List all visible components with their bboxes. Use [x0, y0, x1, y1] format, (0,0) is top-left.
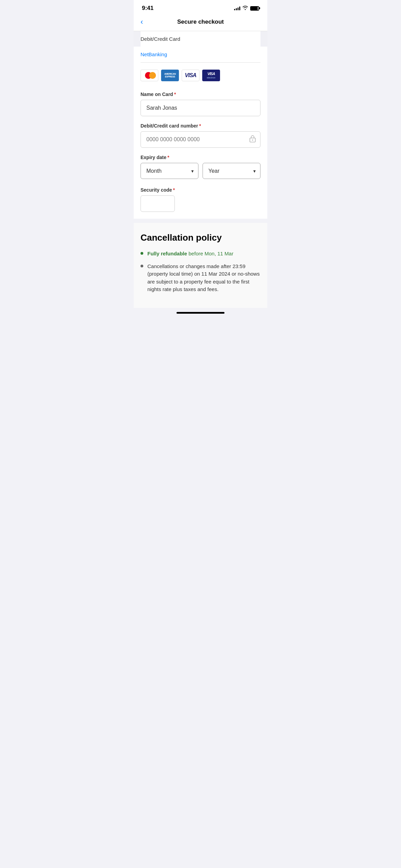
refundable-text: Fully refundable before Mon, 11 Mar: [147, 250, 233, 258]
name-on-card-field: Name on Card*: [141, 92, 260, 123]
card-logos: AMERICANEXPRESS VISA VISA electron: [141, 70, 260, 81]
month-select[interactable]: Month 01 02 03 04 05 06 07 08 09 10 11 1…: [141, 163, 198, 179]
lock-icon: [250, 135, 256, 144]
header: ‹ Secure checkout: [134, 14, 267, 31]
svg-point-1: [252, 140, 253, 141]
refundable-date-text: before Mon, 11 Mar: [189, 251, 233, 256]
security-code-field: Security code*: [141, 187, 260, 212]
battery-icon: [250, 6, 259, 11]
card-number-input[interactable]: [141, 131, 260, 148]
green-bullet-dot: [141, 252, 143, 255]
bullet-item-notice: Cancellations or changes made after 23:5…: [141, 263, 260, 293]
required-star-security: *: [173, 187, 175, 193]
expiry-row: Month 01 02 03 04 05 06 07 08 09 10 11 1…: [141, 163, 260, 179]
back-button[interactable]: ‹: [141, 17, 143, 26]
year-select[interactable]: Year 2024 2025 2026 2027 2028 2029 2030: [203, 163, 260, 179]
card-number-label: Debit/Credit card number*: [141, 123, 260, 129]
status-bar: 9:41: [134, 0, 267, 14]
card-number-field: Debit/Credit card number*: [141, 123, 260, 148]
name-on-card-label: Name on Card*: [141, 92, 260, 97]
refundable-bold-text: Fully refundable: [147, 251, 187, 256]
wifi-icon: [242, 5, 248, 11]
netbanking-tab-row[interactable]: NetBanking: [134, 47, 267, 62]
name-on-card-input[interactable]: [141, 100, 260, 116]
debit-credit-tab[interactable]: Debit/Credit Card: [141, 31, 260, 47]
card-number-wrapper: [141, 131, 260, 148]
netbanking-tab-label[interactable]: NetBanking: [141, 51, 167, 57]
home-bar: [177, 312, 224, 314]
status-icons: [234, 5, 259, 11]
payment-form: Name on Card* Debit/Credit card number*: [134, 85, 267, 219]
required-star-name: *: [174, 92, 176, 97]
cancellation-notice-text: Cancellations or changes made after 23:5…: [147, 263, 260, 293]
expiry-date-label: Expiry date*: [141, 155, 260, 160]
status-time: 9:41: [142, 5, 154, 12]
expiry-date-field: Expiry date* Month 01 02 03 04 05 06 07 …: [141, 155, 260, 179]
mastercard-logo: [141, 70, 158, 81]
security-code-input[interactable]: [141, 195, 175, 212]
gray-bullet-dot: [141, 265, 143, 267]
home-indicator: [134, 308, 267, 321]
signal-icon: [234, 6, 240, 10]
required-star-card: *: [199, 123, 201, 129]
visa-logo: VISA: [182, 70, 199, 81]
main-content: NetBanking AMERICANEXPRESS VISA VISA: [134, 47, 267, 219]
card-logos-section: AMERICANEXPRESS VISA VISA electron: [134, 63, 267, 85]
payment-tabs: Debit/Credit Card: [134, 31, 267, 47]
cancellation-policy-title: Cancellation policy: [141, 232, 260, 243]
cancellation-policy-section: Cancellation policy Fully refundable bef…: [134, 223, 267, 308]
visa-electron-logo: VISA electron: [202, 70, 220, 81]
security-code-label: Security code*: [141, 187, 260, 193]
month-select-wrapper: Month 01 02 03 04 05 06 07 08 09 10 11 1…: [141, 163, 198, 179]
page-title: Secure checkout: [177, 19, 224, 25]
required-star-expiry: *: [167, 155, 169, 160]
year-select-wrapper: Year 2024 2025 2026 2027 2028 2029 2030 …: [203, 163, 260, 179]
amex-logo: AMERICANEXPRESS: [161, 70, 179, 81]
bullet-item-refundable: Fully refundable before Mon, 11 Mar: [141, 250, 260, 258]
